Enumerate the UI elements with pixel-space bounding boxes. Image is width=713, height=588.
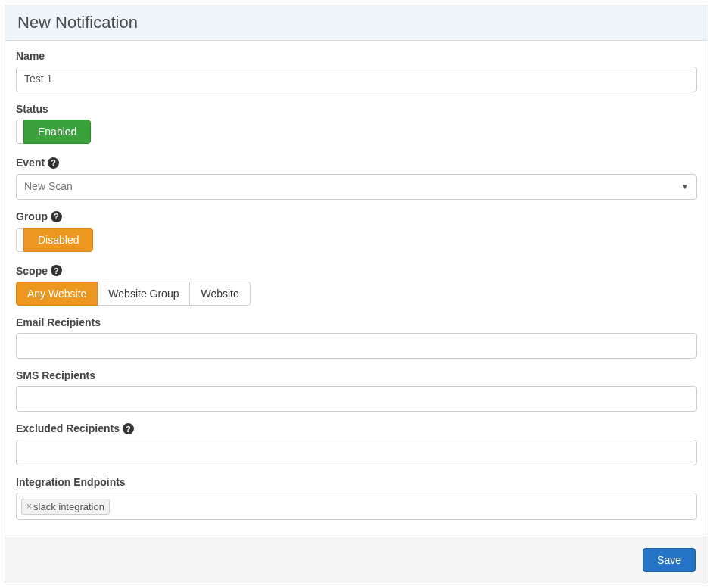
status-group: Status Enabled bbox=[16, 103, 697, 146]
name-group: Name bbox=[16, 50, 697, 92]
scope-label: Scope ? bbox=[16, 265, 697, 278]
event-group: Event ? New Scan ▼ bbox=[16, 157, 697, 200]
group-group: Group ? Disabled bbox=[16, 210, 697, 254]
sms-recipients-label: SMS Recipients bbox=[16, 369, 697, 381]
group-label-text: Group bbox=[16, 210, 48, 222]
close-icon[interactable]: × bbox=[26, 502, 32, 511]
integration-endpoint-tag[interactable]: × slack integration bbox=[21, 499, 110, 515]
scope-option-any-website[interactable]: Any Website bbox=[16, 282, 98, 306]
excluded-recipients-label: Excluded Recipients ? bbox=[16, 422, 697, 435]
help-icon[interactable]: ? bbox=[48, 157, 59, 169]
scope-option-website-group[interactable]: Website Group bbox=[97, 282, 190, 306]
integration-endpoints-label: Integration Endpoints bbox=[16, 476, 697, 488]
new-notification-panel: New Notification Name Status Enabled Eve… bbox=[5, 5, 708, 583]
integration-endpoints-group: Integration Endpoints × slack integratio… bbox=[16, 476, 697, 520]
group-toggle-label: Disabled bbox=[23, 228, 93, 252]
scope-button-group: Any Website Website Group Website bbox=[16, 282, 251, 306]
excluded-recipients-group: Excluded Recipients ? bbox=[16, 422, 697, 465]
group-label: Group ? bbox=[16, 210, 697, 223]
scope-label-text: Scope bbox=[16, 265, 48, 277]
panel-title: New Notification bbox=[17, 13, 696, 33]
panel-body: Name Status Enabled Event ? New Scan bbox=[5, 41, 708, 537]
event-label-text: Event bbox=[16, 157, 45, 169]
help-icon[interactable]: ? bbox=[123, 423, 134, 434]
scope-group: Scope ? Any Website Website Group Websit… bbox=[16, 265, 697, 306]
event-label: Event ? bbox=[16, 157, 697, 170]
status-label: Status bbox=[16, 103, 697, 115]
chevron-down-icon: ▼ bbox=[681, 182, 689, 192]
panel-footer: Save bbox=[5, 537, 708, 583]
integration-endpoints-input[interactable]: × slack integration bbox=[16, 493, 697, 520]
event-select[interactable]: New Scan ▼ bbox=[16, 174, 697, 200]
help-icon[interactable]: ? bbox=[51, 265, 62, 276]
status-toggle[interactable]: Enabled bbox=[16, 120, 91, 144]
scope-option-website[interactable]: Website bbox=[189, 282, 250, 306]
save-button[interactable]: Save bbox=[643, 548, 696, 572]
excluded-recipients-input[interactable] bbox=[16, 440, 697, 465]
sms-recipients-input[interactable] bbox=[16, 386, 697, 412]
panel-header: New Notification bbox=[5, 5, 708, 41]
email-recipients-input[interactable] bbox=[16, 333, 697, 359]
integration-endpoint-tag-label: slack integration bbox=[33, 501, 104, 512]
sms-recipients-group: SMS Recipients bbox=[16, 369, 697, 412]
name-input[interactable] bbox=[16, 67, 697, 92]
help-icon[interactable]: ? bbox=[51, 211, 62, 222]
toggle-knob bbox=[16, 120, 23, 144]
status-toggle-label: Enabled bbox=[23, 120, 91, 144]
name-label: Name bbox=[16, 50, 697, 62]
toggle-knob bbox=[16, 228, 23, 252]
event-selected-value: New Scan bbox=[24, 179, 73, 194]
excluded-recipients-label-text: Excluded Recipients bbox=[16, 422, 120, 434]
group-toggle[interactable]: Disabled bbox=[16, 228, 93, 252]
email-recipients-label: Email Recipients bbox=[16, 316, 697, 328]
email-recipients-group: Email Recipients bbox=[16, 316, 697, 359]
